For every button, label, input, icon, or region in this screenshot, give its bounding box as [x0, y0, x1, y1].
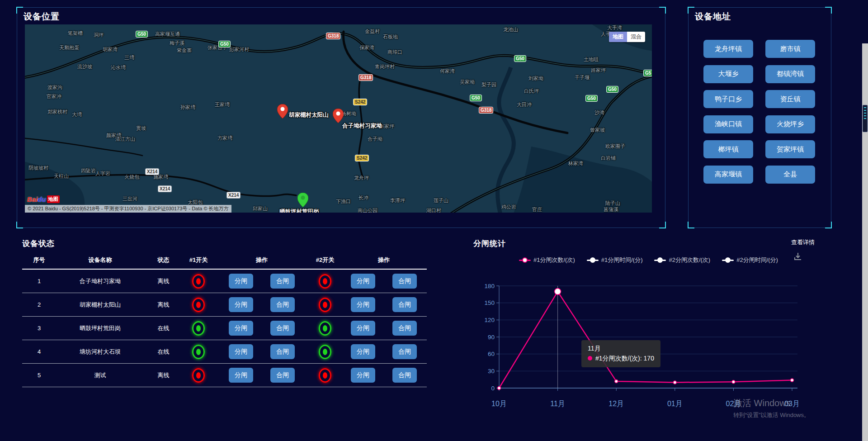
- close-switch-button[interactable]: 合闸: [270, 368, 295, 383]
- town-button[interactable]: 资丘镇: [765, 90, 815, 108]
- town-button[interactable]: 全县: [765, 166, 815, 184]
- column-header: 操作: [341, 256, 427, 264]
- map-place-label: 李潭坪: [390, 197, 405, 204]
- town-button[interactable]: 龙舟坪镇: [703, 40, 753, 58]
- open-switch-button[interactable]: 分闸: [229, 274, 253, 289]
- series-dot: [588, 356, 592, 360]
- map-type-button[interactable]: 地图: [609, 32, 627, 42]
- view-details-link[interactable]: 查看详情: [791, 238, 815, 247]
- map-place-label: 高家堰互通: [155, 31, 180, 38]
- operation-cell: 分闸合闸: [214, 344, 309, 359]
- device-marker-red[interactable]: [277, 104, 288, 120]
- open-switch-button[interactable]: 分闸: [351, 297, 375, 312]
- switch2-indicator: [319, 298, 331, 312]
- open-switch-button[interactable]: 分闸: [229, 297, 253, 312]
- corner-decoration: [659, 7, 666, 14]
- scrollbar-track[interactable]: [862, 43, 868, 441]
- close-switch-button[interactable]: 合闸: [270, 344, 295, 359]
- map-place-label: 梅子溪: [170, 40, 184, 47]
- close-switch-button[interactable]: 合闸: [392, 344, 417, 359]
- operation-cell: 分闸合闸: [341, 274, 427, 289]
- close-switch-button[interactable]: 合闸: [392, 274, 417, 289]
- map-place-label: 湖口村: [426, 207, 441, 213]
- road-shield-icon: G50: [606, 86, 618, 93]
- close-switch-button[interactable]: 合闸: [270, 274, 295, 289]
- device-name: 合子坳村习家坳: [56, 277, 144, 285]
- corner-decoration: [688, 7, 694, 14]
- table-row: 2胡家棚村太阳山离线分闸合闸分闸合闸: [22, 293, 427, 317]
- road-shield-icon: G50: [514, 55, 526, 62]
- map-place-label: 笔架槽: [68, 30, 83, 37]
- road-shield-icon: G5: [643, 70, 652, 76]
- operation-cell: 分闸合闸: [341, 321, 427, 336]
- column-header: 设备名称: [56, 256, 144, 264]
- baidu-map[interactable]: 地图混合 Baidu地图 © 2021 Baidu - GS(2019)5218…: [25, 24, 652, 213]
- open-switch-button[interactable]: 分闸: [229, 368, 253, 383]
- map-place-label: 南山公园: [358, 207, 377, 213]
- town-button[interactable]: 渔峡口镇: [703, 115, 753, 133]
- town-button[interactable]: 鸭子口乡: [703, 90, 753, 108]
- open-switch-button[interactable]: 分闸: [229, 321, 253, 336]
- map-place-label: 大田冲: [517, 101, 532, 108]
- map-place-label: 清江方山: [115, 136, 135, 142]
- map-place-label: 林家湾: [568, 160, 583, 167]
- chart-tooltip: 11月 #1分闸次数/(次): 170: [581, 340, 660, 367]
- device-marker-green[interactable]: [297, 193, 308, 209]
- status-section-title: 设备状态: [22, 238, 55, 249]
- map-place-label: 曾家坡: [590, 127, 605, 133]
- map-place-label: 贯坡: [136, 125, 146, 132]
- map-place-label: 方家塆: [217, 135, 232, 142]
- switch1-indicator: [192, 345, 205, 359]
- town-button[interactable]: 大堰乡: [703, 65, 753, 83]
- switch1-cell: [183, 321, 214, 336]
- open-switch-button[interactable]: 分闸: [229, 344, 253, 359]
- map-type-toggle[interactable]: 地图混合: [609, 32, 645, 42]
- map-place-label: 欧家圈子: [605, 143, 625, 150]
- town-button[interactable]: 火烧坪乡: [765, 115, 815, 133]
- map-place-label: 长冲: [359, 194, 368, 201]
- open-switch-button[interactable]: 分闸: [351, 274, 375, 289]
- open-switch-button[interactable]: 分闸: [351, 321, 375, 336]
- road-shield-icon: S242: [353, 99, 367, 105]
- chart-section-title: 分闸统计: [473, 238, 506, 249]
- close-switch-button[interactable]: 合闸: [392, 368, 417, 383]
- device-status: 离线: [144, 277, 183, 285]
- switch2-cell: [309, 368, 341, 383]
- map-place-label: 阴坡坡村: [28, 165, 48, 171]
- tooltip-title: 11月: [588, 344, 654, 354]
- town-button[interactable]: 贺家坪镇: [765, 140, 815, 158]
- table-row: 1合子坳村习家坳离线分闸合闸分闸合闸: [22, 270, 427, 293]
- close-switch-button[interactable]: 合闸: [270, 297, 295, 312]
- operation-cell: 分闸合闸: [341, 297, 427, 312]
- map-place-label: 大手湾: [607, 24, 622, 31]
- open-switch-button[interactable]: 分闸: [351, 368, 375, 383]
- close-switch-button[interactable]: 合闸: [270, 321, 295, 336]
- town-button[interactable]: 高家堰镇: [703, 166, 753, 184]
- baidu-logo: Baidu地图: [27, 195, 60, 203]
- close-switch-button[interactable]: 合闸: [392, 297, 417, 312]
- map-place-label: 干子堰: [575, 74, 590, 81]
- switch1-cell: [183, 345, 214, 359]
- map-place-label: 渡家沟: [47, 84, 62, 91]
- switch1-indicator: [192, 274, 205, 289]
- operation-cell: 分闸合闸: [214, 368, 309, 383]
- town-button[interactable]: 榔坪镇: [703, 140, 753, 158]
- switch2-indicator: [319, 321, 331, 336]
- town-button[interactable]: 磨市镇: [765, 40, 815, 58]
- map-place-label: 龙池山: [503, 26, 518, 33]
- device-status: 在线: [144, 348, 183, 356]
- device-marker-label: 晒鼓坪村荒田岗: [279, 208, 319, 213]
- close-switch-button[interactable]: 合闸: [392, 321, 417, 336]
- scrollbar-thumb[interactable]: [863, 105, 868, 132]
- switch2-indicator: [319, 345, 331, 359]
- corner-decoration: [16, 7, 23, 14]
- open-switch-button[interactable]: 分闸: [351, 344, 375, 359]
- switch1-cell: [183, 298, 214, 312]
- map-place-label: 梨子园: [481, 81, 496, 88]
- device-status: 在线: [144, 324, 183, 332]
- map-place-label: 陆子山: [605, 200, 620, 207]
- map-type-button[interactable]: 混合: [627, 32, 645, 42]
- road-shield-icon: G50: [136, 31, 148, 38]
- town-button[interactable]: 都镇湾镇: [765, 65, 815, 83]
- table-header-row: 序号设备名称状态#1开关操作#2开关操作: [22, 251, 427, 270]
